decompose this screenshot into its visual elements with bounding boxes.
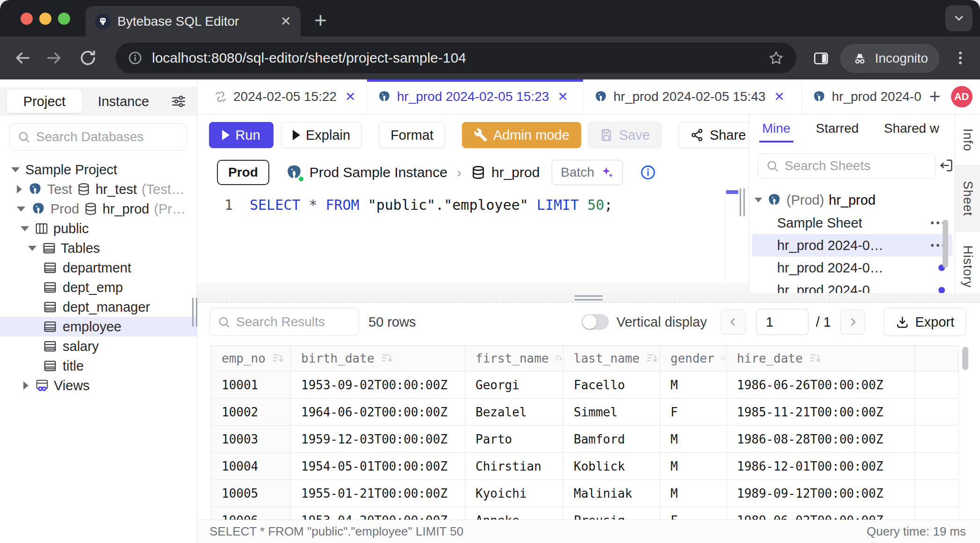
browser-menu-icon[interactable] [952,50,969,66]
close-window-button[interactable] [21,13,33,25]
cell[interactable]: Parto [465,426,563,453]
save-button[interactable]: Save [588,122,662,148]
side-panel-icon[interactable] [813,50,829,67]
resize-handle-icon[interactable] [575,295,603,303]
new-browser-tab-button[interactable]: + [314,7,327,33]
caret-right-icon[interactable] [23,381,29,390]
tab-mine[interactable]: Mine [762,121,791,143]
admin-mode-button[interactable]: Admin mode [462,122,581,148]
info-icon[interactable] [640,164,656,181]
cell[interactable]: 10004 [211,453,291,480]
bookmark-star-icon[interactable] [768,50,784,66]
caret-down-icon[interactable] [17,207,25,212]
next-page-button[interactable] [840,310,865,335]
tree-item-db-hr-test[interactable]: Test hr_test (Test… [0,179,197,199]
close-tab-icon[interactable]: ✕ [774,89,785,104]
page-number-input[interactable] [756,309,808,335]
database-search[interactable] [9,123,187,150]
results-search[interactable] [209,308,359,336]
instance-name[interactable]: Prod Sample Instance [310,164,447,180]
editor-minimap[interactable] [725,189,738,283]
browser-tab-close-icon[interactable]: ✕ [281,15,291,28]
format-button[interactable]: Format [379,122,445,148]
share-button[interactable]: Share [678,122,757,148]
sheet-item-sample[interactable]: Sample Sheet [752,212,952,234]
table-row[interactable]: 100021964-06-02T00:00:00ZBezalelSimmelF1… [211,399,958,426]
close-tab-icon[interactable]: ✕ [557,89,568,104]
cell[interactable]: 1953-09-02T00:00:00Z [291,372,465,399]
browser-tab[interactable]: Bytebase SQL Editor ✕ [86,6,301,36]
sheet-group-hr-prod[interactable]: (Prod) hr_prod [749,188,955,212]
caret-right-icon[interactable] [17,185,22,193]
cell[interactable]: 1959-12-03T00:00:00Z [291,426,465,453]
table-row[interactable]: 100041954-05-01T00:00:00ZChirstianKoblic… [211,453,958,480]
sort-icon[interactable] [271,351,285,365]
caret-down-icon[interactable] [21,226,29,231]
cell[interactable]: 1985-11-21T00:00:00Z [727,399,915,426]
zoom-window-button[interactable] [58,13,70,25]
tree-item-views-group[interactable]: Views [0,376,197,395]
cell[interactable]: 1986-12-01T00:00:00Z [727,453,915,480]
cell[interactable]: 1989-09-12T00:00:00Z [727,480,915,507]
cell[interactable]: Preusig [563,507,660,520]
cell[interactable]: 1989-06-02T00:00:00Z [727,507,915,520]
tree-item-table-dept-emp[interactable]: dept_emp [0,278,197,297]
vertical-display-toggle[interactable] [582,314,609,330]
sheet-search[interactable] [758,153,936,179]
cell[interactable]: F [660,399,727,426]
cell[interactable]: F [660,507,727,520]
tree-item-table-dept-manager[interactable]: dept_manager [0,297,197,317]
sheet-search-input[interactable] [785,158,928,173]
sort-icon[interactable] [555,351,563,365]
cell[interactable]: 10001 [211,372,291,399]
sheet-item-unsaved[interactable]: hr_prod 2024-0… [752,257,952,279]
column-header-last-name[interactable]: last_name [563,346,660,372]
tree-item-table-employee-selected[interactable]: employee [0,317,197,336]
cell[interactable]: M [660,372,727,399]
address-bar[interactable]: localhost:8080/sql-editor/sheet/project-… [115,43,796,73]
cell[interactable]: 10003 [211,426,291,453]
new-sheet-tab-button[interactable]: + [929,86,941,108]
table-row[interactable]: 100051955-01-21T00:00:00ZKyoichiMaliniak… [211,480,958,507]
sheet-item-selected[interactable]: hr_prod 2024-0… [752,234,952,257]
cell[interactable]: Facello [563,372,660,399]
prev-page-button[interactable] [721,310,746,335]
cell[interactable]: 10002 [211,399,291,426]
forward-icon[interactable] [45,49,64,67]
cell[interactable]: 1955-01-21T00:00:00Z [291,480,465,507]
cell[interactable]: Bamford [563,426,660,453]
batch-button[interactable]: Batch [552,160,623,185]
sort-icon[interactable] [380,351,394,365]
back-icon[interactable] [13,49,32,67]
run-button[interactable]: Run [209,122,274,148]
cell[interactable]: 1964-06-02T00:00:00Z [291,399,465,426]
cell[interactable]: Anneke [465,507,563,520]
cell[interactable]: Kyoichi [465,480,563,507]
collapse-panel-icon[interactable] [938,157,954,173]
tree-item-tables-group[interactable]: Tables [0,238,197,258]
caret-down-icon[interactable] [28,246,36,251]
cell[interactable]: Maliniak [563,480,660,507]
filter-settings-icon[interactable] [171,93,187,109]
tab-search-chevron-button[interactable] [945,5,973,31]
cell[interactable]: M [660,426,727,453]
cell[interactable]: 1986-08-28T00:00:00Z [727,426,915,453]
tree-item-table-salary[interactable]: salary [0,336,197,356]
explain-button[interactable]: Explain [281,122,362,148]
environment-chip[interactable]: Prod [217,160,269,185]
sheet-tab-clipped[interactable]: hr_prod 2024-0 [802,79,922,114]
column-header-birth-date[interactable]: birth_date [291,346,465,372]
results-scrollbar[interactable] [962,347,968,370]
tab-starred[interactable]: Starred [816,121,859,143]
cell[interactable]: 10006 [211,507,291,520]
cell[interactable]: Chirstian [465,453,563,480]
sidebar-drag-handle-icon[interactable] [192,298,197,327]
tab-sheet[interactable]: Sheet [955,166,980,231]
site-info-icon[interactable] [128,50,143,65]
export-button[interactable]: Export [884,308,966,336]
tree-item-table-department[interactable]: department [0,258,197,278]
sheet-tab[interactable]: hr_prod 2024-02-05 15:43 ✕ [584,79,802,114]
results-search-input[interactable] [236,314,351,329]
sheet-tab-unsaved[interactable]: 2024-02-05 15:22 ✕ [203,79,367,114]
cell[interactable]: M [660,480,727,507]
